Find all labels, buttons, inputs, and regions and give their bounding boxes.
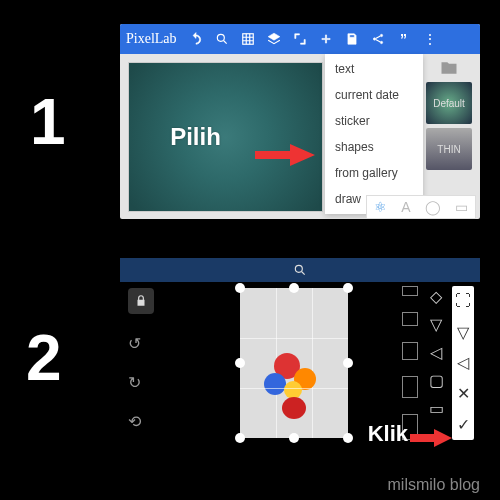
svg-line-1: [223, 41, 226, 44]
menu-item-shapes[interactable]: shapes: [325, 134, 423, 160]
add-dropdown-menu: text current date sticker shapes from ga…: [325, 54, 423, 214]
add-icon[interactable]: [315, 28, 337, 50]
share-icon[interactable]: [367, 28, 389, 50]
zoom-icon[interactable]: [211, 28, 233, 50]
instruction-klik: Klik: [368, 421, 408, 447]
svg-marker-10: [255, 144, 315, 166]
crop-handle[interactable]: [289, 433, 299, 443]
cancel-crop-icon[interactable]: ✕: [457, 384, 470, 404]
svg-line-12: [302, 272, 305, 275]
svg-marker-13: [410, 429, 452, 447]
menu-item-sticker[interactable]: sticker: [325, 108, 423, 134]
template-thumb-1[interactable]: Default: [426, 82, 472, 124]
crop-frame[interactable]: [240, 288, 348, 438]
crop-handle[interactable]: [343, 283, 353, 293]
rotate-controls: ↺ ↻ ⟲: [128, 334, 141, 431]
zoom-icon[interactable]: [293, 263, 307, 277]
arrow-icon: [410, 429, 452, 447]
step-1-number: 1: [30, 90, 66, 154]
pixellab-panel: PixelLab ” ⋮ Pilih text current date sti…: [120, 24, 480, 219]
crop-handle[interactable]: [235, 358, 245, 368]
circle-tool-icon[interactable]: ◯: [425, 199, 441, 215]
crop-handle[interactable]: [343, 433, 353, 443]
svg-point-7: [373, 38, 375, 40]
template-thumb-2[interactable]: THIN: [426, 128, 472, 170]
menu-item-current-date[interactable]: current date: [325, 82, 423, 108]
ratio-scale: [402, 286, 420, 440]
svg-rect-2: [242, 34, 253, 45]
grid-icon[interactable]: [237, 28, 259, 50]
rotate-left-icon[interactable]: ↺: [128, 334, 141, 353]
save-icon[interactable]: [341, 28, 363, 50]
atom-tool-icon[interactable]: ⚛: [374, 199, 387, 215]
crop-handle[interactable]: [235, 433, 245, 443]
flip-h-icon[interactable]: ◁: [457, 353, 469, 373]
text-tools-bar: ⚛ A ◯ ▭: [366, 195, 476, 219]
quote-icon[interactable]: ”: [393, 28, 415, 50]
rect-crop-icon[interactable]: ▭: [429, 398, 444, 418]
square-crop-icon[interactable]: ▢: [429, 370, 444, 390]
overflow-menu-icon[interactable]: ⋮: [419, 28, 441, 50]
crop-handle[interactable]: [343, 358, 353, 368]
rotate-reset-icon[interactable]: ⟲: [128, 412, 141, 431]
size-icon[interactable]: [289, 28, 311, 50]
text-a-icon[interactable]: A: [401, 199, 410, 215]
folder-icon[interactable]: [437, 58, 461, 78]
crop-toolbar: [120, 258, 480, 282]
crop-handle[interactable]: [289, 283, 299, 293]
pixellab-toolbar: PixelLab ” ⋮: [120, 24, 480, 54]
rotate-right-icon[interactable]: ↻: [128, 373, 141, 392]
pixellab-body: Pilih text current date sticker shapes f…: [120, 54, 480, 219]
svg-point-9: [380, 41, 382, 43]
watermark-text: milsmilo blog: [388, 476, 480, 494]
rect-tool-icon[interactable]: ▭: [455, 199, 468, 215]
svg-point-0: [217, 34, 224, 41]
menu-item-from-gallery[interactable]: from gallery: [325, 160, 423, 186]
crop-side-tools: ◇ ▽ ◁ ▢ ▭: [426, 286, 446, 418]
pixellab-logo: PixelLab: [126, 31, 177, 47]
template-sidebar: Default THIN: [424, 58, 474, 170]
arrow-icon: [255, 144, 315, 166]
svg-point-8: [380, 34, 382, 36]
cropped-image: [264, 353, 324, 413]
svg-point-11: [295, 265, 302, 272]
fullscreen-icon[interactable]: ⛶: [455, 291, 471, 311]
flip-horizontal-icon[interactable]: ◁: [430, 342, 442, 362]
layers-icon[interactable]: [263, 28, 285, 50]
crop-action-bar: ⛶ ▽ ◁ ✕ ✓: [452, 286, 474, 440]
free-crop-icon[interactable]: ◇: [430, 286, 442, 306]
instruction-pilih: Pilih: [170, 123, 221, 151]
undo-icon[interactable]: [185, 28, 207, 50]
crop-handle[interactable]: [235, 283, 245, 293]
flip-vertical-icon[interactable]: ▽: [430, 314, 442, 334]
lock-aspect-button[interactable]: [128, 288, 154, 314]
crop-panel: ↺ ↻ ⟲ ◇ ▽ ◁ ▢ ▭ ⛶ ▽ ◁ ✕ ✓ Klik: [120, 258, 480, 453]
menu-item-text[interactable]: text: [325, 56, 423, 82]
step-2-number: 2: [26, 326, 62, 390]
edit-canvas[interactable]: Pilih: [128, 62, 323, 212]
confirm-crop-icon[interactable]: ✓: [457, 415, 470, 435]
flip-v-icon[interactable]: ▽: [457, 322, 469, 342]
